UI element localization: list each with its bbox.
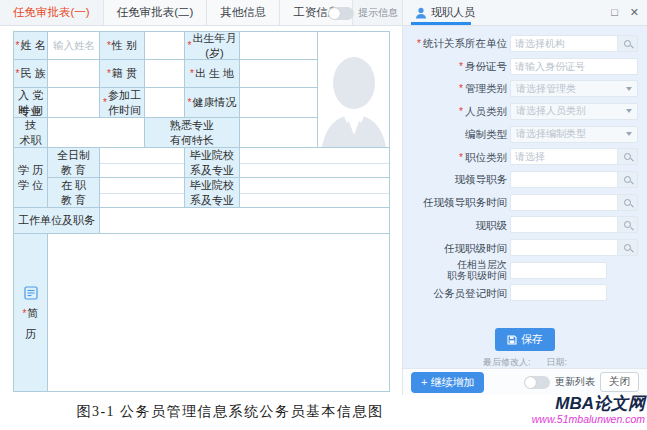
field-label-personnel-category: *人员类别 — [403, 105, 507, 118]
resume-textarea[interactable] — [48, 234, 390, 392]
search-icon — [624, 176, 631, 183]
current-rank-input[interactable] — [510, 216, 617, 233]
position-category-input[interactable] — [510, 148, 617, 165]
leadership-position-lookup-button[interactable] — [617, 171, 638, 188]
maximize-button[interactable]: □ — [611, 7, 618, 18]
name-input-cell[interactable]: 输入姓名 — [48, 32, 100, 60]
label-fulltime-education: 全日制 教 育 — [48, 148, 100, 178]
panel-footer: + 继续增加 更新列表 关闭 — [403, 368, 647, 395]
field-label-current-rank-time: 任现职级时间 — [403, 242, 507, 254]
chevron-down-icon — [626, 132, 632, 136]
photo-upload-area[interactable] — [318, 32, 390, 148]
toggle-knob — [525, 377, 536, 388]
plus-icon: + — [421, 376, 427, 388]
field-label-equivalent-level-time: 任相当层次 职务职级时间 — [403, 259, 507, 282]
close-button[interactable]: 关闭 — [600, 372, 639, 392]
field-label-current-leadership-position: 现领导职务 — [403, 173, 507, 185]
continue-add-button[interactable]: + 继续增加 — [411, 372, 484, 393]
label-ethnicity: *民 族 — [14, 60, 48, 88]
leadership-position-time-lookup-button[interactable] — [617, 194, 638, 211]
stat-unit-input[interactable] — [510, 35, 617, 52]
search-icon — [624, 153, 631, 160]
search-icon — [624, 221, 631, 228]
active-tab-underline — [411, 22, 471, 25]
tab-bar: 任免审批表(一) 任免审批表(二) 其他信息 工资信息 提示信息 — [0, 0, 402, 26]
current-rank-time-input[interactable] — [510, 239, 617, 256]
label-work-start-time: *参加工 作时间 — [100, 88, 145, 118]
label-education-degree: 学 历 学 位 — [14, 148, 48, 208]
equivalent-level-time-input[interactable] — [510, 262, 607, 279]
label-professional-title: 专业技 术职务 — [14, 118, 48, 148]
current-rank-time-lookup-button[interactable] — [617, 239, 638, 256]
native-place-input-cell[interactable] — [145, 60, 185, 88]
current-rank-lookup-button[interactable] — [617, 216, 638, 233]
label-name: *姓 名 — [14, 32, 48, 60]
position-category-lookup-button[interactable] — [617, 148, 638, 165]
field-label-current-rank: 现职级 — [403, 219, 507, 231]
inservice-school-input-cell[interactable] — [240, 178, 390, 208]
last-modified-meta: 最后修改人:日期: — [403, 356, 647, 368]
label-specialty: 熟悉专业 有何特长 — [145, 118, 240, 148]
panel-form: *统计关系所在单位 *身份证号 *管理类别 请选择管理类 *人员类别 请选择人员… — [403, 26, 647, 368]
toggle-knob — [329, 8, 340, 19]
field-label-stat-unit: *统计关系所在单位 — [403, 37, 507, 50]
fulltime-education-input-cell[interactable] — [100, 148, 185, 178]
management-category-select[interactable]: 请选择管理类 — [510, 80, 638, 97]
inservice-education-input-cell[interactable] — [100, 178, 185, 208]
close-panel-button[interactable]: ✕ — [630, 7, 639, 18]
name-placeholder: 输入姓名 — [48, 32, 99, 53]
watermark: MBA论文网 www.51mbalunwen.com — [532, 395, 645, 425]
label-birthplace: *出 生 地 — [185, 60, 240, 88]
field-label-civil-servant-registration-time: 公务员登记时间 — [403, 287, 507, 299]
specialty-input-cell[interactable] — [240, 118, 318, 148]
save-button[interactable]: 保存 — [495, 328, 555, 351]
party-join-time-input-cell[interactable] — [48, 88, 100, 118]
update-list-label: 更新列表 — [555, 375, 595, 389]
label-birth-date: *出生年月 (岁) — [185, 32, 240, 60]
label-work-unit: 工作单位及职务 — [14, 208, 100, 234]
civil-servant-registration-time-input[interactable] — [510, 284, 607, 301]
tab-approval-form-2[interactable]: 任免审批表(二) — [104, 0, 208, 25]
birthplace-input-cell[interactable] — [240, 60, 318, 88]
label-health: *健康情况 — [185, 88, 240, 118]
health-input-cell[interactable] — [240, 88, 318, 118]
search-icon — [624, 244, 631, 251]
tab-other-info[interactable]: 其他信息 — [207, 0, 280, 25]
label-native-place: *籍 贯 — [100, 60, 145, 88]
tab-approval-form-1[interactable]: 任免审批表(一) — [0, 0, 104, 25]
leadership-position-time-input[interactable] — [510, 194, 617, 211]
search-icon — [624, 40, 631, 47]
fulltime-school-input-cell[interactable] — [240, 148, 390, 178]
field-label-position-category: *职位类别 — [403, 151, 507, 164]
chevron-down-icon — [626, 87, 632, 91]
save-disk-icon — [507, 335, 517, 345]
work-unit-input-cell[interactable] — [100, 208, 390, 234]
field-label-leadership-position-time: 任现领导职务时间 — [403, 196, 507, 208]
stat-unit-lookup-button[interactable] — [617, 35, 638, 52]
update-list-toggle[interactable] — [524, 376, 550, 389]
id-number-input[interactable] — [510, 58, 638, 75]
chevron-down-icon — [626, 109, 632, 113]
ethnicity-input-cell[interactable] — [48, 60, 100, 88]
basic-info-table: *姓 名 输入姓名 *性 别 *出生年月 (岁) *民 族 *籍 贯 *出 生 … — [13, 31, 390, 392]
current-staff-panel: 现职人员 □ ✕ *统计关系所在单位 *身份证号 *管理类别 请选择管理类 *人… — [402, 0, 647, 395]
establishment-type-select[interactable]: 请选择编制类型 — [510, 126, 638, 143]
label-inservice-school: 毕业院校 系及专业 — [185, 178, 240, 208]
person-icon — [415, 7, 427, 19]
current-leadership-position-input[interactable] — [510, 171, 617, 188]
hint-toggle-label: 提示信息 — [358, 6, 398, 20]
gender-input-cell[interactable] — [145, 32, 185, 60]
resume-document-icon — [24, 286, 38, 300]
hint-info-toggle[interactable] — [328, 7, 354, 20]
birth-date-input-cell[interactable] — [240, 32, 318, 60]
watermark-site-name: MBA论文网 — [532, 395, 645, 414]
watermark-url: www.51mbalunwen.com — [532, 414, 645, 426]
professional-title-input-cell[interactable] — [48, 118, 145, 148]
field-label-management-category: *管理类别 — [403, 82, 507, 95]
label-resume: *简 历 — [14, 234, 48, 392]
personnel-category-select[interactable]: 请选择人员类别 — [510, 103, 638, 120]
work-start-time-input-cell[interactable] — [145, 88, 185, 118]
search-icon — [624, 199, 631, 206]
figure-caption: 图3-1 公务员管理信息系统公务员基本信息图 — [60, 403, 400, 421]
panel-header: 现职人员 □ ✕ — [403, 0, 647, 26]
